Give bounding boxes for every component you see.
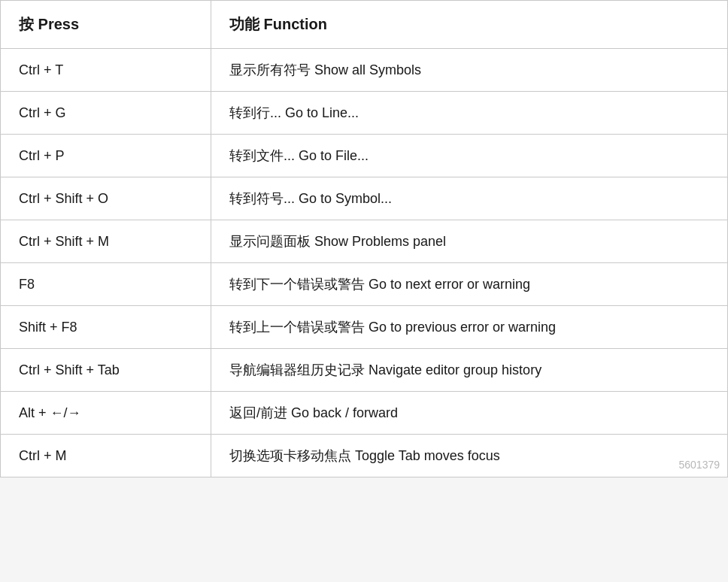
shortcut-key: Ctrl + Shift + Tab — [1, 349, 211, 392]
table-row: Ctrl + P转到文件... Go to File... — [1, 135, 728, 177]
shortcut-key: Shift + F8 — [1, 306, 211, 349]
shortcut-function: 导航编辑器组历史记录 Navigate editor group history — [211, 349, 728, 392]
shortcut-key: Ctrl + P — [1, 135, 211, 177]
shortcut-key: Ctrl + G — [1, 92, 211, 135]
shortcut-function: 转到符号... Go to Symbol... — [211, 177, 728, 220]
table-row: Alt + ←/→返回/前进 Go back / forward — [1, 392, 728, 435]
shortcut-function: 切换选项卡移动焦点 Toggle Tab moves focus5601379 — [211, 435, 728, 477]
shortcut-function: 返回/前进 Go back / forward — [211, 392, 728, 435]
table-header-row: 按 Press 功能 Function — [1, 1, 728, 49]
shortcut-function: 转到文件... Go to File... — [211, 135, 728, 177]
shortcut-function: 转到行... Go to Line... — [211, 92, 728, 135]
table-row: Ctrl + G转到行... Go to Line... — [1, 92, 728, 135]
shortcut-function: 显示所有符号 Show all Symbols — [211, 49, 728, 92]
function-column-header: 功能 Function — [211, 1, 728, 49]
shortcut-function: 转到上一个错误或警告 Go to previous error or warni… — [211, 306, 728, 349]
shortcut-key: Ctrl + T — [1, 49, 211, 92]
table-row: Ctrl + M切换选项卡移动焦点 Toggle Tab moves focus… — [1, 435, 728, 477]
table-row: Ctrl + Shift + Tab导航编辑器组历史记录 Navigate ed… — [1, 349, 728, 392]
keyboard-shortcuts-table: 按 Press 功能 Function Ctrl + T显示所有符号 Show … — [0, 0, 728, 477]
table-row: F8转到下一个错误或警告 Go to next error or warning — [1, 263, 728, 306]
watermark-text: 5601379 — [678, 459, 720, 471]
table-row: Ctrl + Shift + M显示问题面板 Show Problems pan… — [1, 220, 728, 263]
shortcut-function: 显示问题面板 Show Problems panel — [211, 220, 728, 263]
shortcut-key: Ctrl + Shift + M — [1, 220, 211, 263]
shortcut-key: Alt + ←/→ — [1, 392, 211, 435]
shortcut-function: 转到下一个错误或警告 Go to next error or warning — [211, 263, 728, 306]
shortcut-key: Ctrl + M — [1, 435, 211, 477]
press-column-header: 按 Press — [1, 1, 211, 49]
table-row: Ctrl + T显示所有符号 Show all Symbols — [1, 49, 728, 92]
table-row: Ctrl + Shift + O转到符号... Go to Symbol... — [1, 177, 728, 220]
shortcut-key: Ctrl + Shift + O — [1, 177, 211, 220]
table-row: Shift + F8转到上一个错误或警告 Go to previous erro… — [1, 306, 728, 349]
shortcut-key: F8 — [1, 263, 211, 306]
